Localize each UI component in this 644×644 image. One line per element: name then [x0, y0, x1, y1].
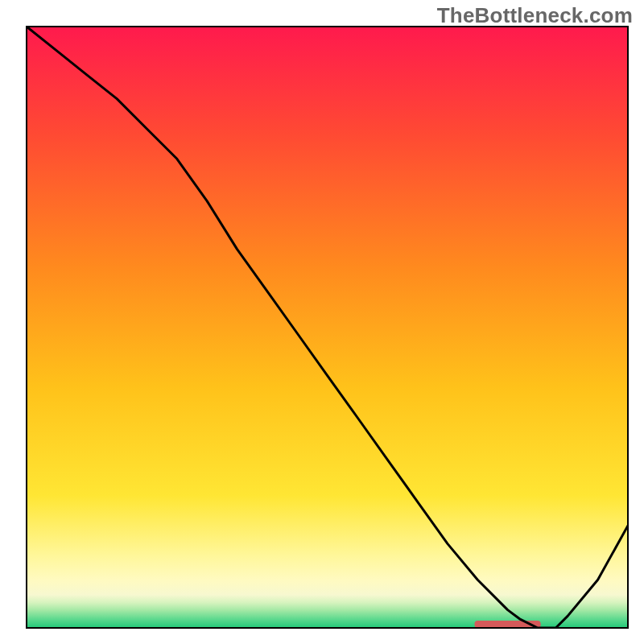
- gradient-background: [27, 27, 628, 628]
- chart-frame: TheBottleneck.com: [0, 0, 644, 644]
- watermark-text: TheBottleneck.com: [437, 3, 633, 28]
- bottleneck-chart: [0, 0, 644, 644]
